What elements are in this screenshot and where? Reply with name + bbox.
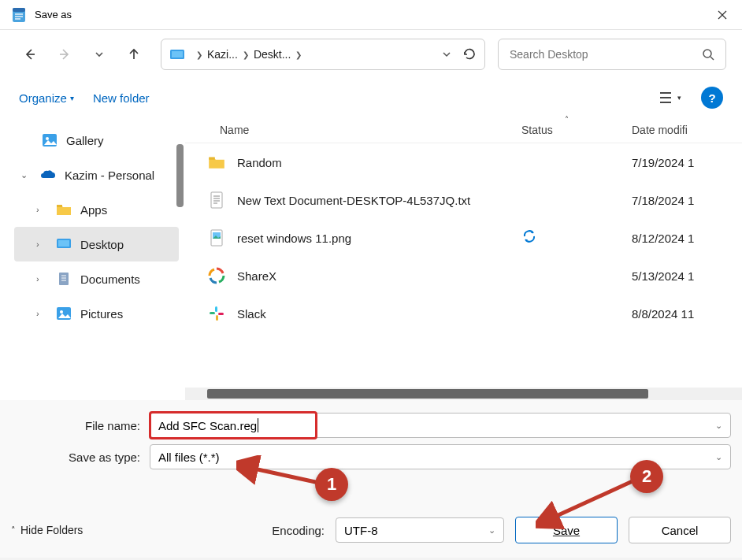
file-name: New Text Document-DESKTOP-4L537JQ.txt [237,194,521,207]
type-label: Save as type: [11,451,150,464]
encoding-label: Encoding: [272,524,325,537]
chevron-right-icon: ❯ [295,50,302,59]
file-name: Random [237,156,521,169]
svg-rect-37 [216,315,218,321]
sidebar-label: Apps [80,203,107,217]
file-row[interactable]: Random 7/19/2024 1 [185,143,742,181]
svg-line-40 [551,480,634,518]
filename-input[interactable]: Add SFC Scan.reg [150,413,316,438]
svg-rect-27 [211,192,222,208]
navbar: ❯ Kazi... ❯ Deskt... ❯ [0,30,742,79]
svg-line-11 [710,57,714,60]
up-button[interactable] [120,40,148,69]
sort-indicator-icon: ˄ [565,115,569,124]
gallery-icon [41,132,58,149]
sidebar-label: Kazim - Personal [65,169,154,182]
onedrive-icon [39,166,57,184]
sidebar-item-documents[interactable]: › Documents [14,261,179,296]
hide-folders-button[interactable]: ˄ Hide Folders [11,524,83,536]
svg-rect-20 [59,273,69,285]
back-button[interactable] [16,40,44,69]
folder-icon [207,153,226,172]
chevron-right-icon: › [36,239,47,249]
chevron-right-icon: ❯ [243,50,249,59]
folder-icon [55,201,72,218]
svg-rect-36 [210,312,215,314]
address-bar[interactable]: ❯ Kazi... ❯ Deskt... ❯ [161,39,485,70]
svg-rect-17 [57,205,62,207]
pictures-icon [55,305,72,322]
filename-label: File name: [11,419,150,432]
forward-button[interactable] [50,40,79,69]
png-icon [207,228,226,247]
desktop-icon [55,235,72,253]
chevron-down-icon: ⌄ [20,170,32,180]
file-date: 7/18/2024 1 [632,194,742,207]
svg-rect-19 [58,240,69,247]
annotation-badge-1: 1 [315,468,348,501]
view-options-button[interactable]: ▾ [657,85,682,110]
organize-button[interactable]: Organize ▾ [19,91,74,105]
column-date[interactable]: Date modifi [632,124,742,136]
search-input[interactable] [510,48,702,61]
search-icon [702,48,714,61]
sidebar-label: Gallery [66,134,104,147]
sidebar-item-personal[interactable]: ⌄ Kazim - Personal [14,158,179,192]
sidebar-item-apps[interactable]: › Apps [14,192,179,227]
horizontal-scrollbar[interactable] [185,388,742,400]
svg-rect-38 [218,313,224,315]
slack-icon [207,304,226,323]
svg-rect-9 [172,51,183,57]
file-row[interactable]: ShareX 5/13/2024 1 [185,257,742,295]
chevron-right-icon: › [36,274,47,284]
file-name: Slack [237,307,521,321]
breadcrumb: Kazi... ❯ Deskt... ❯ [207,48,442,61]
column-name[interactable]: Name [185,124,521,136]
new-folder-button[interactable]: New folder [93,91,150,105]
sharex-icon [207,266,226,285]
file-date: 8/8/2024 11 [632,307,742,321]
close-button[interactable] [704,0,740,30]
sidebar-label: Desktop [80,238,124,251]
notepad-icon [11,7,27,23]
svg-rect-35 [215,306,217,312]
file-row[interactable]: New Text Document-DESKTOP-4L537JQ.txt 7/… [185,181,742,219]
file-date: 8/12/2024 1 [632,232,742,245]
chevron-down-icon: ⌄ [715,452,722,462]
window-title: Save as [35,9,72,20]
chevron-right-icon: ❯ [196,50,202,59]
breadcrumb-item[interactable]: Deskt... [254,48,291,61]
documents-icon [55,270,72,287]
svg-rect-26 [209,157,215,159]
toolbar: Organize ▾ New folder ▾ ? [0,79,742,117]
recent-dropdown[interactable] [85,40,113,69]
filename-field-wrapper[interactable]: Add SFC Scan.reg ⌄ [150,413,731,438]
breadcrumb-item[interactable]: Kazi... [207,48,238,61]
chevron-right-icon: › [36,205,47,214]
main-area: Gallery ⌄ Kazim - Personal › Apps › Desk… [0,117,742,400]
search-box[interactable] [498,39,726,70]
file-date: 5/13/2024 1 [632,269,742,283]
file-list: ˄ Name Status Date modifi Random 7/19/20… [185,117,742,400]
svg-point-10 [703,50,711,57]
file-row[interactable]: Slack 8/8/2024 11 [185,295,742,332]
file-name: reset windows 11.png [237,232,521,245]
svg-line-39 [250,468,319,483]
sidebar-scrollbar[interactable] [176,144,184,207]
encoding-select[interactable]: UTF-8 ⌄ [336,517,504,543]
sidebar-item-gallery[interactable]: Gallery [14,123,179,158]
sidebar-label: Pictures [80,307,123,321]
annotation-badge-2: 2 [630,460,663,493]
help-button[interactable]: ? [701,87,723,109]
sidebar-item-desktop[interactable]: › Desktop [14,227,179,261]
svg-point-25 [60,310,63,313]
chevron-down-icon[interactable]: ⌄ [715,421,722,431]
column-status[interactable]: Status [521,124,632,136]
refresh-icon[interactable] [462,47,477,61]
svg-rect-1 [13,8,25,12]
file-name: ShareX [237,269,521,283]
sidebar-item-pictures[interactable]: › Pictures [14,296,179,331]
sync-icon [521,228,537,248]
file-row[interactable]: reset windows 11.png 8/12/2024 1 [185,219,742,257]
chevron-down-icon[interactable] [442,50,451,59]
